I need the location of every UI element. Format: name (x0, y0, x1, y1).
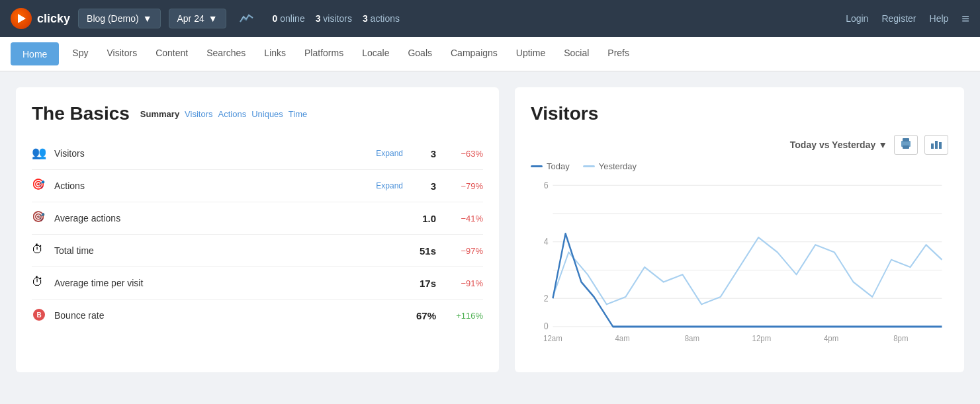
visitors-stat: 3 visitors (316, 13, 352, 24)
yesterday-line-indicator (583, 165, 595, 167)
nav-visitors[interactable]: Visitors (97, 37, 146, 71)
secondary-navigation: Home Spy Visitors Content Searches Links… (0, 37, 980, 71)
nav-stats: 0 online 3 visitors 3 actions (273, 13, 400, 24)
bounce-rate-change: +116% (447, 311, 483, 321)
nav-content[interactable]: Content (146, 37, 197, 71)
help-link[interactable]: Help (930, 13, 949, 24)
avg-actions-label: Average actions (54, 213, 403, 223)
metric-avg-time: ⏱ Average time per visit 17s −91% (32, 267, 483, 300)
nav-spy[interactable]: Spy (63, 37, 97, 71)
nav-goals[interactable]: Goals (398, 37, 441, 71)
yesterday-label: Yesterday (599, 161, 637, 171)
nav-platforms[interactable]: Platforms (295, 37, 353, 71)
nav-uptime[interactable]: Uptime (507, 37, 555, 71)
today-vs-label: Today vs Yesterday ▼ (790, 140, 887, 150)
panel-title: The Basics (32, 103, 130, 124)
visitors-icon: 👥 (32, 145, 48, 161)
register-link[interactable]: Register (881, 13, 916, 24)
logo-icon (11, 8, 32, 29)
visitors-label: Visitors (54, 148, 371, 159)
svg-marker-0 (18, 14, 26, 23)
summary-label: Summary (140, 109, 179, 119)
nav-right: Login Register Help ≡ (846, 11, 969, 26)
total-time-value: 51s (403, 245, 436, 257)
nav-links[interactable]: Links (255, 37, 295, 71)
chart-toggle-button[interactable] (234, 9, 259, 29)
online-stat: 0 online (273, 13, 305, 24)
summary-uniques-link[interactable]: Uniques (251, 109, 283, 119)
nav-locale[interactable]: Locale (353, 37, 398, 71)
summary-visitors-link[interactable]: Visitors (185, 109, 212, 119)
visitors-change: −63% (447, 149, 483, 159)
date-selector-label: Apr 24 (177, 13, 204, 24)
actions-icon: 🎯 (32, 178, 48, 194)
actions-label: Actions (54, 181, 371, 191)
bounce-rate-icon: B (32, 307, 48, 323)
bounce-rate-value: 67% (403, 310, 436, 321)
legend-today: Today (531, 161, 570, 171)
svg-text:12am: 12am (543, 334, 562, 344)
total-time-change: −97% (447, 246, 483, 256)
site-selector-arrow: ▼ (143, 13, 152, 24)
avg-time-change: −91% (447, 278, 483, 288)
bounce-rate-label: Bounce rate (54, 310, 403, 321)
avg-time-label: Average time per visit (54, 278, 403, 288)
avg-actions-change: −41% (447, 214, 483, 223)
summary-time-link[interactable]: Time (289, 109, 307, 119)
svg-text:8am: 8am (685, 334, 699, 344)
svg-text:4: 4 (544, 236, 549, 247)
total-time-icon: ⏱ (32, 243, 48, 259)
nav-prefs[interactable]: Prefs (598, 37, 639, 71)
avg-actions-icon: 🎯 (32, 210, 48, 226)
site-selector-label: Blog (Demo) (87, 13, 139, 24)
bar-chart-button[interactable] (924, 135, 948, 155)
svg-rect-8 (939, 142, 942, 149)
actions-change: −79% (447, 181, 483, 191)
logo-text: clicky (37, 12, 70, 26)
svg-rect-7 (935, 141, 938, 149)
metric-avg-actions: 🎯 Average actions 1.0 −41% (32, 202, 483, 235)
nav-home[interactable]: Home (11, 42, 59, 65)
visitors-chart: 6 4 2 0 12am 4am 8am 12pm 4pm 8pm (531, 178, 948, 356)
chart-controls: Today vs Yesterday ▼ (531, 135, 948, 155)
site-selector-button[interactable]: Blog (Demo) ▼ (78, 9, 160, 28)
logo[interactable]: clicky (11, 8, 70, 29)
visitors-value: 3 (403, 148, 436, 159)
svg-text:2: 2 (544, 293, 549, 303)
nav-social[interactable]: Social (555, 37, 598, 71)
actions-value: 3 (403, 181, 436, 192)
svg-text:B: B (36, 311, 41, 319)
nav-searches[interactable]: Searches (197, 37, 255, 71)
svg-text:4pm: 4pm (824, 334, 838, 344)
metric-bounce-rate: B Bounce rate 67% +116% (32, 300, 483, 331)
date-selector-arrow: ▼ (208, 13, 218, 24)
metric-total-time: ⏱ Total time 51s −97% (32, 235, 483, 267)
visitors-title: Visitors (531, 103, 948, 124)
basics-panel: The Basics Summary Visitors Actions Uniq… (16, 87, 499, 372)
actions-expand-link[interactable]: Expand (376, 181, 403, 190)
date-selector-button[interactable]: Apr 24 ▼ (169, 9, 226, 28)
today-label: Today (547, 161, 570, 171)
nav-campaigns[interactable]: Campaigns (441, 37, 507, 71)
total-time-label: Total time (54, 245, 403, 256)
svg-text:6: 6 (544, 180, 549, 190)
svg-text:8pm: 8pm (893, 334, 908, 344)
visitors-panel: Visitors Today vs Yesterday ▼ (515, 87, 964, 372)
hamburger-menu[interactable]: ≡ (961, 11, 969, 26)
metric-actions: 🎯 Actions Expand 3 −79% (32, 170, 483, 202)
svg-rect-6 (931, 143, 934, 149)
legend-yesterday: Yesterday (583, 161, 637, 171)
avg-actions-value: 1.0 (403, 213, 436, 224)
actions-stat: 3 actions (363, 13, 400, 24)
chart-legend: Today Yesterday (531, 161, 948, 171)
summary-actions-link[interactable]: Actions (218, 109, 247, 119)
avg-time-value: 17s (403, 278, 436, 289)
summary-links: Summary Visitors Actions Uniques Time (140, 109, 307, 119)
login-link[interactable]: Login (846, 13, 868, 24)
visitors-expand-link[interactable]: Expand (376, 149, 403, 158)
print-chart-button[interactable] (894, 135, 918, 155)
today-line-indicator (531, 165, 543, 167)
svg-text:4am: 4am (615, 334, 629, 344)
main-content: The Basics Summary Visitors Actions Uniq… (0, 71, 980, 388)
svg-rect-5 (903, 145, 909, 149)
